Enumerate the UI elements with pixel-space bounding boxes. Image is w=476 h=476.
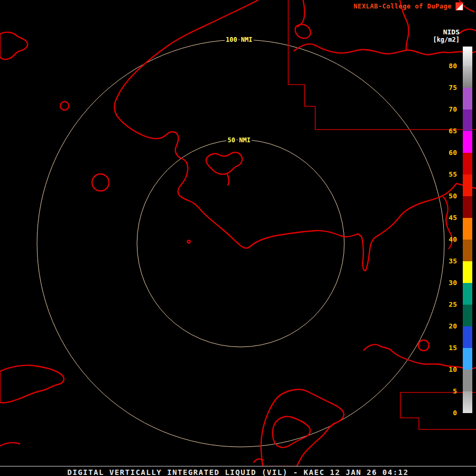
colorbar-segment-25-30 xyxy=(463,283,472,305)
coastlines xyxy=(0,0,476,466)
colorbar-segment-40-45 xyxy=(463,218,472,240)
islet-dot xyxy=(188,241,190,243)
colorbar-segment-20-25 xyxy=(463,305,472,326)
islet-ring-small xyxy=(60,102,69,110)
colorbar-tick-20: 20 xyxy=(438,323,457,329)
colorbar-tick-40: 40 xyxy=(438,236,457,243)
range-ring-label-50nmi: 50 NMI xyxy=(227,136,250,144)
colorbar-tick-45: 45 xyxy=(438,215,457,221)
colorbar-tick-15: 15 xyxy=(438,345,457,351)
cod-logo-icon xyxy=(456,3,463,10)
colorbar-tick-60: 60 xyxy=(438,150,457,156)
colorbar-tick-25: 25 xyxy=(438,301,457,308)
colorbar-segment-65-70 xyxy=(463,109,472,131)
colorbar-segment-15-20 xyxy=(463,326,472,348)
colorbar-tick-65: 65 xyxy=(438,128,457,134)
colorbar-units: [kg/m2] xyxy=(433,36,460,43)
colorbar-tick-30: 30 xyxy=(438,280,457,286)
colorbar-segment-45-50 xyxy=(463,196,472,218)
coastline-main xyxy=(115,0,476,271)
colorbar-segment-30-35 xyxy=(463,261,472,283)
colorbar-tick-5: 5 xyxy=(438,388,457,395)
colorbar-tick-0: 0 xyxy=(438,410,457,416)
shoreline-left-bottom xyxy=(0,443,20,446)
colorbar-tick-10: 10 xyxy=(438,367,457,373)
colorbar-segment-35-40 xyxy=(463,240,472,261)
colorbar-segment-50-55 xyxy=(463,175,472,196)
colorbar-tick-35: 35 xyxy=(438,258,457,264)
lagoon-bottom xyxy=(272,416,310,447)
radar-display: 100 NMI 50 NMI NEXLAB-College of DuPage … xyxy=(0,0,476,476)
colorbar-title: NIDS xyxy=(443,28,460,36)
islet-ring-bottom-right xyxy=(418,340,429,351)
range-ring-100nmi xyxy=(37,40,444,447)
colorbar-ticks: 80757065605550454035302520151050 xyxy=(438,47,457,422)
colorbar-segments xyxy=(463,47,472,413)
island-left-top xyxy=(0,32,28,59)
colorbar-tick-50: 50 xyxy=(438,193,457,199)
colorbar-tick-70: 70 xyxy=(438,106,457,113)
colorbar-segment-5-10 xyxy=(463,370,472,391)
colorbar-segment-55-60 xyxy=(463,153,472,175)
colorbar-segment-75-80 xyxy=(463,66,472,88)
coastline-top-stem-1 xyxy=(298,0,305,26)
coastline-bottom-right xyxy=(364,344,476,369)
product-caption: DIGITAL VERTICALLY INTEGRATED LIQUID (VI… xyxy=(0,468,476,476)
range-ring-50nmi xyxy=(137,140,344,347)
colorbar-tick-55: 55 xyxy=(438,171,457,178)
peninsula-left-bottom xyxy=(0,365,64,403)
colorbar-tick-80: 80 xyxy=(438,63,457,69)
colorbar-segment-10-15 xyxy=(463,348,472,370)
colorbar-tick-75: 75 xyxy=(438,85,457,91)
coastline-bay xyxy=(206,152,242,185)
site-title: NEXLAB-College of DuPage xyxy=(354,3,452,10)
islet-ring-large xyxy=(92,174,109,191)
radar-map: 100 NMI 50 NMI xyxy=(0,0,476,476)
colorbar-segment-60-65 xyxy=(463,131,472,153)
range-ring-label-100nmi: 100 NMI xyxy=(226,36,253,43)
colorbar-segment-70-75 xyxy=(463,88,472,109)
colorbar-segment-0-5 xyxy=(463,391,472,413)
colorbar-segment-80+ xyxy=(463,47,472,66)
